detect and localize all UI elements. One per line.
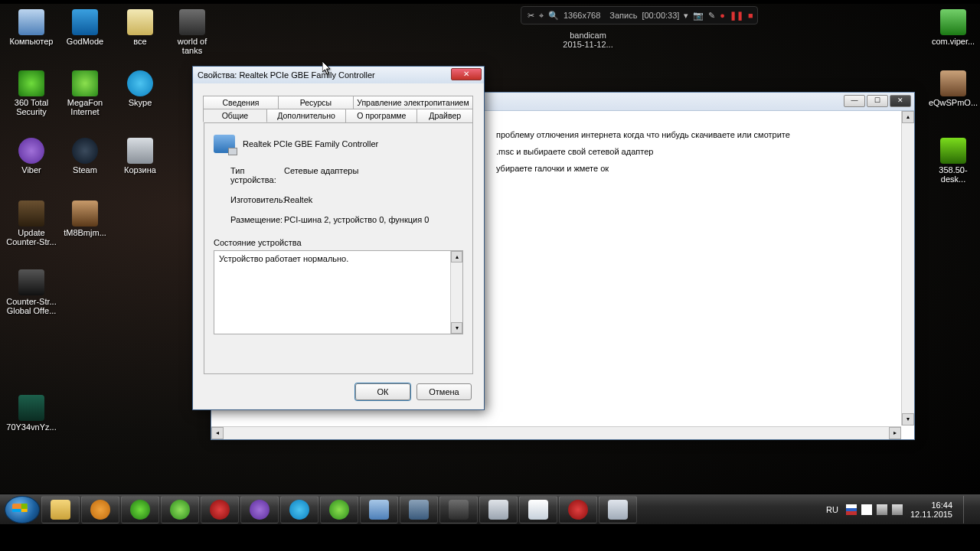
taskbar: RU 16:44 12.11.2015 (0, 494, 980, 524)
show-desktop-button[interactable] (963, 496, 971, 523)
status-scrollbar[interactable]: ▴ ▾ (450, 251, 462, 334)
stop-icon[interactable]: ■ (748, 11, 753, 20)
hud-resolution: 1366x768 (564, 11, 600, 20)
tab-driver[interactable]: Драйвер (416, 109, 473, 122)
desktop-icon-comviper[interactable]: com.viper... (928, 9, 978, 46)
desktop-icon-viber[interactable]: Viber (6, 138, 57, 174)
network-adapter-icon (214, 135, 235, 153)
system-tray: RU 16:44 12.11.2015 (826, 496, 975, 523)
taskbar-opera[interactable] (201, 496, 239, 523)
start-button[interactable] (5, 496, 40, 523)
desktop-icon-nvidia[interactable]: 358.50-desk... (928, 138, 978, 184)
tray-time[interactable]: 16:44 (931, 500, 952, 510)
taskbar-wot[interactable] (439, 496, 478, 523)
close-button[interactable]: ✕ (890, 95, 911, 107)
taskbar-app3[interactable] (400, 496, 438, 523)
tray-volume-icon[interactable] (877, 504, 887, 515)
ok-button[interactable]: ОК (355, 383, 410, 400)
label-manufacturer: Изготовитель: (214, 195, 284, 204)
camera-icon[interactable]: 📷 (693, 11, 704, 21)
desktop-icon-updatecs[interactable]: Update Counter-Str... (6, 201, 57, 246)
tab-resources[interactable]: Ресурсы (278, 96, 354, 109)
desktop-icon-trash[interactable]: Корзина (115, 138, 165, 174)
chevron-down-icon[interactable]: ▾ (684, 11, 688, 21)
value-device-type: Сетевые адаптеры (284, 166, 463, 184)
icon-label: com.viper... (928, 37, 978, 46)
taskbar-explorer[interactable] (41, 496, 80, 523)
taskbar-app2[interactable] (360, 496, 398, 523)
desktop-icon-wot[interactable]: world of tanks (167, 9, 217, 55)
desktop-icon-godmode[interactable]: GodMode (60, 9, 110, 46)
value-manufacturer: Realtek (284, 195, 463, 204)
desktop-icon-steam[interactable]: Steam (60, 138, 110, 174)
icon-label: tM8Bmjm... (60, 228, 110, 237)
vertical-scrollbar[interactable]: ▴ ▾ (901, 111, 914, 425)
scroll-down-icon[interactable]: ▾ (902, 413, 914, 425)
tab-panel-general: Realtek PCIe GBE Family Controller Тип у… (204, 122, 473, 374)
target-icon: ⌖ (539, 11, 544, 21)
taskbar-viber[interactable] (240, 496, 279, 523)
minimize-button[interactable]: — (844, 95, 865, 107)
icon-label: Steam (60, 165, 110, 174)
scroll-up-icon[interactable]: ▴ (902, 111, 914, 123)
desktop-icon-all[interactable]: все (115, 9, 165, 46)
horizontal-scrollbar[interactable]: ◂ ▸ (211, 426, 901, 439)
device-properties-dialog[interactable]: Свойства: Realtek PCIe GBE Family Contro… (192, 66, 485, 410)
taskbar-devicemanager[interactable] (599, 496, 637, 523)
pencil-icon[interactable]: ✎ (708, 11, 715, 21)
icon-label: 358.50-desk... (928, 165, 978, 184)
device-status-box[interactable]: Устройство работает нормально. ▴ ▾ (214, 250, 463, 334)
taskbar-megafon[interactable] (320, 496, 358, 523)
zoom-icon: 🔍 (548, 11, 559, 21)
tab-about[interactable]: О программе (345, 109, 417, 122)
taskbar-360[interactable] (121, 496, 159, 523)
close-button[interactable]: ✕ (451, 68, 482, 80)
icon-label: 70Y34vnYz... (6, 422, 57, 432)
desktop-icon-csgo[interactable]: Counter-Str... Global Offe... (6, 269, 57, 315)
cancel-button[interactable]: Отмена (416, 383, 472, 400)
tray-flag-icon[interactable] (846, 504, 857, 515)
label-device-type: Тип устройства: (214, 166, 284, 184)
taskbar-mediaplayer[interactable] (81, 496, 119, 523)
icon-label: eQwSPmO... (928, 98, 978, 107)
desktop-icon-skype[interactable]: Skype (115, 70, 165, 107)
bandicam-label: bandicam 2015-11-12... (542, 31, 634, 49)
taskbar-app4[interactable] (479, 496, 518, 523)
tab-advanced[interactable]: Дополнительно (266, 109, 346, 122)
tray-action-center-icon[interactable] (861, 504, 872, 515)
dialog-titlebar[interactable]: Свойства: Realtek PCIe GBE Family Contro… (193, 67, 484, 83)
hud-rec-label: Запись (609, 11, 637, 20)
desktop-icon-computer[interactable]: Компьютер (6, 9, 57, 46)
scroll-down-icon[interactable]: ▾ (451, 322, 462, 334)
tray-date[interactable]: 12.11.2015 (910, 510, 952, 519)
tab-details[interactable]: Сведения (203, 96, 279, 109)
device-status-text: Устройство работает нормально. (219, 254, 348, 263)
icon-label: GodMode (60, 37, 110, 46)
icon-label: Компьютер (6, 37, 57, 46)
desktop-icon-eqw[interactable]: eQwSPmO... (928, 70, 978, 107)
desktop-icon-360[interactable]: 360 Total Security (6, 70, 57, 116)
taskbar-bandicam[interactable] (559, 496, 597, 523)
tray-network-icon[interactable] (892, 504, 903, 515)
icon-label: все (115, 37, 165, 46)
device-name: Realtek PCIe GBE Family Controller (243, 139, 378, 148)
taskbar-app1[interactable] (161, 496, 199, 523)
taskbar-skype[interactable] (280, 496, 318, 523)
scroll-right-icon[interactable]: ▸ (889, 427, 901, 439)
tray-lang[interactable]: RU (826, 505, 838, 514)
pause-icon[interactable]: ❚❚ (730, 11, 743, 21)
icon-label: Корзина (115, 165, 165, 174)
scroll-up-icon[interactable]: ▴ (451, 251, 462, 262)
desktop-icon-tm8[interactable]: tM8Bmjm... (60, 201, 110, 237)
scroll-left-icon[interactable]: ◂ (211, 427, 224, 439)
desktop-icon-70y[interactable]: 70Y34vnYz... (6, 395, 57, 432)
maximize-button[interactable]: ☐ (867, 95, 888, 107)
taskbar-notepad[interactable] (519, 496, 557, 523)
tab-general[interactable]: Общие (203, 109, 267, 122)
tab-power[interactable]: Управление электропитанием (353, 96, 473, 109)
dialog-title: Свойства: Realtek PCIe GBE Family Contro… (198, 70, 375, 80)
crop-icon: ✂ (528, 11, 534, 21)
bandicam-hud: ✂ ⌖ 🔍 1366x768 Запись [00:00:33] ▾ 📷 ✎ ●… (521, 6, 758, 24)
rec-indicator-icon[interactable]: ● (720, 11, 725, 20)
desktop-icon-megafon[interactable]: MegaFon Internet (60, 70, 110, 116)
